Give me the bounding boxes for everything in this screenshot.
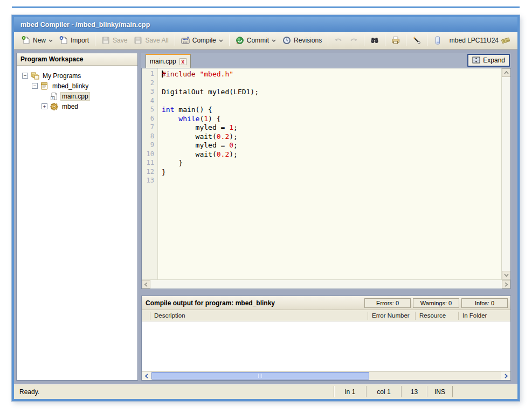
collapse-expander-icon[interactable]: − xyxy=(32,83,38,89)
editor-vertical-scrollbar[interactable] xyxy=(501,68,510,279)
find-button[interactable] xyxy=(367,34,382,47)
output-horizontal-scrollbar[interactable] xyxy=(142,371,510,380)
save-all-icon xyxy=(134,36,142,45)
library-gear-icon xyxy=(50,102,59,111)
format-button[interactable] xyxy=(409,34,424,47)
toolbar-separator xyxy=(427,34,427,46)
output-table-body xyxy=(142,321,510,371)
compile-result-badges: Errors: 0 Warnings: 0 Infos: 0 xyxy=(364,298,508,308)
code-line[interactable]: } xyxy=(162,168,501,177)
code-line[interactable] xyxy=(162,79,501,88)
commit-button[interactable]: Commit xyxy=(232,34,279,47)
status-bar: Ready. ln 1 col 1 13 INS xyxy=(14,384,517,399)
scroll-track[interactable] xyxy=(150,280,502,289)
compile-output-header: Compile output for program: mbed_blinky … xyxy=(142,296,510,310)
expand-icon xyxy=(472,57,480,64)
compile-output-title: Compile output for program: mbed_blinky xyxy=(146,299,364,307)
column-error-number: Error Number xyxy=(368,312,416,320)
code-line[interactable]: DigitalOut myled(LED1); xyxy=(162,88,501,97)
outer-window-edge xyxy=(12,6,520,8)
undo-icon xyxy=(334,36,343,45)
import-button[interactable]: Import xyxy=(56,34,92,47)
workspace-panel: Program Workspace − My Programs − xyxy=(16,53,138,381)
print-button[interactable] xyxy=(388,34,403,47)
workspace-tree: − My Programs − xyxy=(17,66,137,111)
revisions-icon xyxy=(282,36,291,45)
column-resource: Resource xyxy=(416,312,459,320)
screenshot-stage: mbed Compiler - /mbed_blinky/main.cpp Ne… xyxy=(0,0,532,414)
code-line[interactable]: wait(0.2); xyxy=(162,150,501,159)
svg-text:c: c xyxy=(52,96,54,100)
toolbar-separator xyxy=(229,34,230,46)
printer-icon xyxy=(391,36,400,45)
toolbar-separator xyxy=(328,34,328,46)
code-line[interactable] xyxy=(162,177,501,186)
scroll-right-icon[interactable] xyxy=(501,371,510,380)
code-line[interactable]: } xyxy=(162,159,501,168)
save-all-button[interactable]: Save All xyxy=(130,34,171,47)
status-cells: ln 1 col 1 13 INS xyxy=(334,386,453,397)
device-docs-icon xyxy=(433,36,442,45)
scroll-up-icon[interactable] xyxy=(502,68,510,77)
toolbar: New Import xyxy=(14,32,517,50)
code-line[interactable]: while(1) { xyxy=(162,115,501,124)
tab-strip: main.cpp x Expand xyxy=(141,53,511,68)
scroll-right-icon[interactable] xyxy=(502,280,510,289)
docs-button[interactable] xyxy=(430,34,445,47)
chevron-down-icon xyxy=(49,39,53,42)
save-button[interactable]: Save xyxy=(98,34,130,47)
toolbar-separator xyxy=(175,34,175,46)
expand-button[interactable]: Expand xyxy=(467,54,510,67)
new-button[interactable]: New xyxy=(18,34,56,47)
code-line[interactable]: int main() { xyxy=(162,106,501,115)
scroll-left-icon[interactable] xyxy=(142,280,150,289)
selected-tree-label: main.cpp xyxy=(60,92,90,101)
column-description: Description xyxy=(150,312,368,320)
status-insert-mode: INS xyxy=(427,386,453,397)
toolbar-separator xyxy=(406,34,406,46)
new-document-icon xyxy=(22,36,30,45)
revisions-button[interactable]: Revisions xyxy=(279,34,325,47)
editor-horizontal-scrollbar[interactable] xyxy=(142,279,510,289)
compile-output-panel: Compile output for program: mbed_blinky … xyxy=(141,296,511,381)
target-chip-icon xyxy=(501,36,510,45)
tree-item-main-cpp[interactable]: c main.cpp xyxy=(17,91,137,101)
tree-item-mbed-library[interactable]: + mbed xyxy=(17,101,137,111)
code-line[interactable]: myled = 0; xyxy=(162,141,501,150)
tab-main-cpp[interactable]: main.cpp x xyxy=(146,54,191,68)
redo-button[interactable] xyxy=(346,34,361,47)
toolbar-separator xyxy=(364,34,364,46)
chevron-down-icon xyxy=(219,39,223,42)
warnings-badge: Warnings: 0 xyxy=(413,298,459,308)
column-in-folder: In Folder xyxy=(459,312,510,320)
import-icon xyxy=(59,36,68,45)
scroll-track[interactable] xyxy=(502,77,510,271)
compile-button[interactable]: Compile xyxy=(178,34,226,47)
code-area[interactable]: #include "mbed.h" DigitalOut myled(LED1)… xyxy=(158,68,501,279)
cpp-file-icon: c xyxy=(50,92,59,101)
target-selector[interactable]: mbed LPC11U24 xyxy=(446,34,513,47)
tab-close-icon[interactable]: x xyxy=(179,58,186,65)
undo-button[interactable] xyxy=(331,34,346,47)
scroll-left-icon[interactable] xyxy=(142,371,151,380)
target-label: mbed LPC11U24 xyxy=(450,37,499,44)
tree-item-mbed-blinky[interactable]: − mbed_blinky xyxy=(17,81,137,91)
output-table-header: Description Error Number Resource In Fol… xyxy=(142,310,510,321)
collapse-expander-icon[interactable]: − xyxy=(22,73,28,79)
code-line[interactable]: wait(0.2); xyxy=(162,132,501,142)
window-title: mbed Compiler - /mbed_blinky/main.cpp xyxy=(20,21,150,29)
compile-icon xyxy=(181,36,190,45)
scroll-thumb[interactable] xyxy=(151,372,369,380)
content-area: Program Workspace − My Programs − xyxy=(14,50,517,384)
expand-expander-icon[interactable]: + xyxy=(42,103,47,109)
scroll-down-icon[interactable] xyxy=(502,271,510,279)
tree-item-my-programs[interactable]: − My Programs xyxy=(17,71,137,81)
status-line: ln 1 xyxy=(334,386,366,397)
code-line[interactable]: #include "mbed.h" xyxy=(162,70,501,79)
toolbar-separator xyxy=(95,34,95,46)
chevron-down-icon xyxy=(272,39,276,42)
code-line[interactable] xyxy=(162,97,501,106)
code-line[interactable]: myled = 1; xyxy=(162,123,501,132)
editor-frame: 12345678910111213 #include "mbed.h" Digi… xyxy=(141,68,511,289)
thumb-grip xyxy=(258,374,262,378)
